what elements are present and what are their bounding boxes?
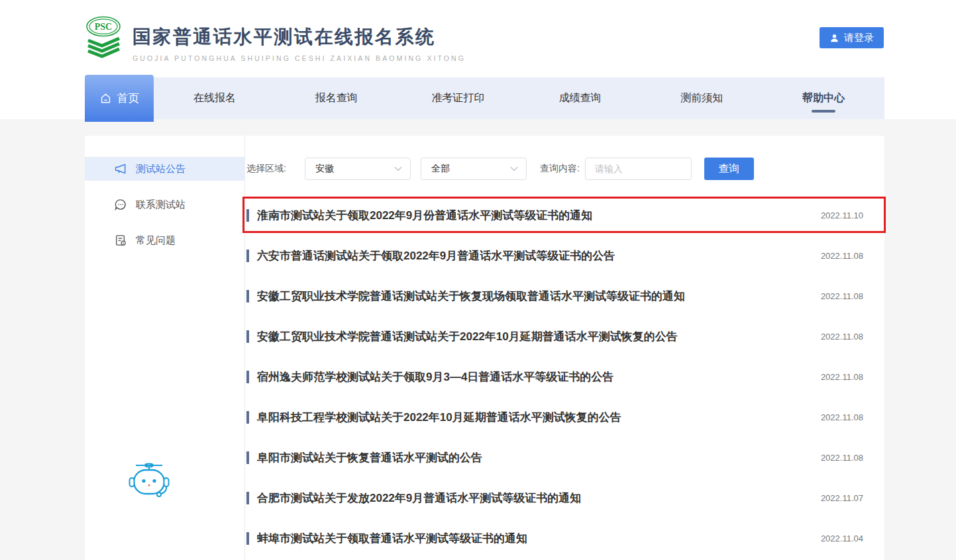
announcement-row[interactable]: 安徽工贸职业技术学院普通话测试站关于2022年10月延期普通话水平测试恢复的公告…: [246, 316, 863, 357]
login-button-label: 请登录: [844, 32, 874, 44]
logo-text: PSC: [95, 22, 112, 32]
sidebar: 测试站公告 联系测试站: [85, 136, 245, 560]
announcement-date: 2022.11.04: [821, 534, 863, 543]
announcement-title: 合肥市测试站关于发放2022年9月普通话水平测试等级证书的通知: [246, 492, 581, 504]
announcement-row[interactable]: 安徽工贸职业技术学院普通话测试站关于恢复现场领取普通话水平测试等级证书的通知 2…: [246, 276, 863, 316]
search-input[interactable]: [585, 158, 692, 180]
announcement-row[interactable]: 六安市普通话测试站关于领取2022年9月普通话水平测试等级证书的公告 2022.…: [246, 236, 863, 276]
page: PSC 国家普通话水平测试在线报名系统 GUOJIA PUTONGHUA SHU…: [0, 0, 956, 560]
chat-icon: [114, 198, 127, 211]
announcement-row[interactable]: 阜阳科技工程学校测试站关于2022年10月延期普通话水平测试恢复的公告 2022…: [246, 397, 863, 438]
announcement-row[interactable]: 合肥市测试站关于发放2022年9月普通话水平测试等级证书的通知 2022.11.…: [246, 478, 863, 518]
service-robot-icon: [127, 461, 171, 500]
psc-logo-icon: PSC: [82, 16, 125, 60]
announcement-row[interactable]: 阜阳市测试站关于恢复普通话水平测试的公告 2022.11.08: [246, 438, 863, 478]
search-filter-label: 查询内容:: [540, 163, 580, 175]
announcement-row[interactable]: 宿州逸夫师范学校测试站关于领取9月3—4日普通话水平等级证书的公告 2022.1…: [246, 357, 863, 397]
nav-item-home[interactable]: 首页: [85, 75, 154, 122]
nav-item-help-center[interactable]: 帮助中心: [763, 77, 884, 119]
nav-item-pretest-notice[interactable]: 测前须知: [641, 77, 763, 119]
nav-item-score-query[interactable]: 成绩查询: [519, 77, 641, 119]
search-button[interactable]: 查询: [704, 158, 754, 180]
region-select[interactable]: 安徽: [305, 158, 411, 180]
announcement-title: 宿州逸夫师范学校测试站关于领取9月3—4日普通话水平等级证书的公告: [246, 371, 613, 383]
announcement-row[interactable]: 淮南市测试站关于领取2022年9月份普通话水平测试等级证书的通知 2022.11…: [246, 195, 863, 236]
region-filter-label: 选择区域:: [246, 163, 286, 175]
announcement-title: 安徽工贸职业技术学院普通话测试站关于2022年10月延期普通话水平测试恢复的公告: [246, 330, 678, 343]
faq-icon: [114, 234, 127, 247]
sidebar-item-faq[interactable]: 常见问题: [85, 228, 244, 252]
main-content: 选择区域: 安徽 全部 查询内容: 查询: [245, 136, 884, 560]
announcement-title: 阜阳科技工程学校测试站关于2022年10月延期普通话水平测试恢复的公告: [246, 411, 621, 424]
megaphone-icon: [114, 162, 127, 175]
announcement-date: 2022.11.08: [821, 412, 863, 422]
announcement-row[interactable]: 蚌埠市测试站关于领取普通话水平测试等级证书的通知 2022.11.04: [246, 518, 863, 559]
nav-home-label: 首页: [117, 91, 140, 106]
nav-item-online-registration[interactable]: 在线报名: [154, 77, 276, 119]
announcement-date: 2022.11.07: [821, 493, 863, 503]
sidebar-item-label: 常见问题: [136, 234, 176, 247]
content-card: 测试站公告 联系测试站: [85, 136, 884, 560]
announcement-date: 2022.11.08: [821, 291, 863, 301]
category-select-value: 全部: [431, 163, 450, 175]
brand: 国家普通话水平测试在线报名系统 GUOJIA PUTONGHUA SHUIPIN…: [133, 24, 466, 62]
announcement-date: 2022.11.08: [821, 453, 863, 463]
announcement-title: 六安市普通话测试站关于领取2022年9月普通话水平测试等级证书的公告: [246, 250, 615, 262]
announcement-date: 2022.11.08: [821, 372, 863, 382]
announcement-date: 2022.11.08: [821, 332, 863, 342]
chevron-down-icon: [394, 166, 402, 171]
announcement-title: 蚌埠市测试站关于领取普通话水平测试等级证书的通知: [246, 532, 527, 545]
announcement-title: 阜阳市测试站关于恢复普通话水平测试的公告: [246, 451, 482, 464]
home-icon: [99, 92, 112, 105]
site-title: 国家普通话水平测试在线报名系统: [133, 24, 466, 50]
sidebar-item-label: 联系测试站: [136, 199, 186, 211]
main-nav: 首页 在线报名 报名查询 准考证打印 成绩查询 测前须知 帮助中心: [85, 77, 884, 119]
sidebar-item-station-announcements[interactable]: 测试站公告: [85, 157, 244, 181]
nav-item-registration-query[interactable]: 报名查询: [276, 77, 398, 119]
user-icon: [829, 33, 839, 43]
header: PSC 国家普通话水平测试在线报名系统 GUOJIA PUTONGHUA SHU…: [0, 0, 956, 77]
sidebar-item-contact-station[interactable]: 联系测试站: [85, 193, 244, 216]
region-select-value: 安徽: [315, 163, 334, 175]
chevron-down-icon: [510, 166, 518, 171]
announcement-list: 淮南市测试站关于领取2022年9月份普通话水平测试等级证书的通知 2022.11…: [246, 195, 863, 559]
login-button[interactable]: 请登录: [820, 27, 884, 48]
filter-bar: 选择区域: 安徽 全部 查询内容: 查询: [246, 158, 863, 180]
site-subtitle: GUOJIA PUTONGHUA SHUIPING CESHI ZAIXIAN …: [133, 54, 466, 62]
announcement-title: 安徽工贸职业技术学院普通话测试站关于恢复现场领取普通话水平测试等级证书的通知: [246, 290, 685, 303]
sidebar-item-label: 测试站公告: [136, 163, 186, 175]
announcement-date: 2022.11.08: [821, 251, 863, 261]
category-select[interactable]: 全部: [421, 158, 527, 180]
announcement-title: 淮南市测试站关于领取2022年9月份普通话水平测试等级证书的通知: [246, 209, 592, 222]
announcement-date: 2022.11.10: [821, 210, 863, 220]
nav-item-print-admission[interactable]: 准考证打印: [398, 77, 519, 119]
